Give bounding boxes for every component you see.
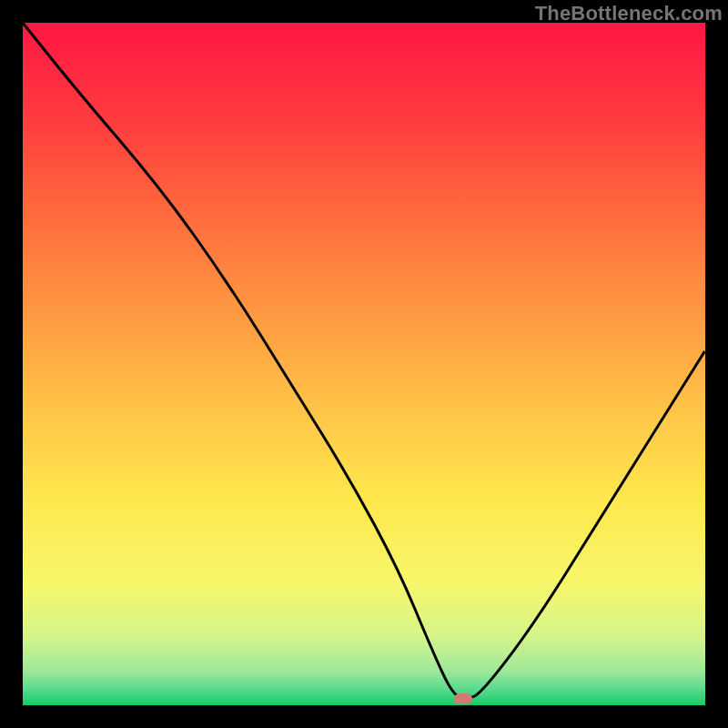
bottleneck-curve <box>23 23 705 698</box>
plot-area <box>23 23 705 705</box>
curve-layer <box>23 23 705 705</box>
watermark-text: TheBottleneck.com <box>535 2 723 25</box>
chart-frame: TheBottleneck.com <box>0 0 728 728</box>
optimal-point-marker <box>454 693 472 704</box>
